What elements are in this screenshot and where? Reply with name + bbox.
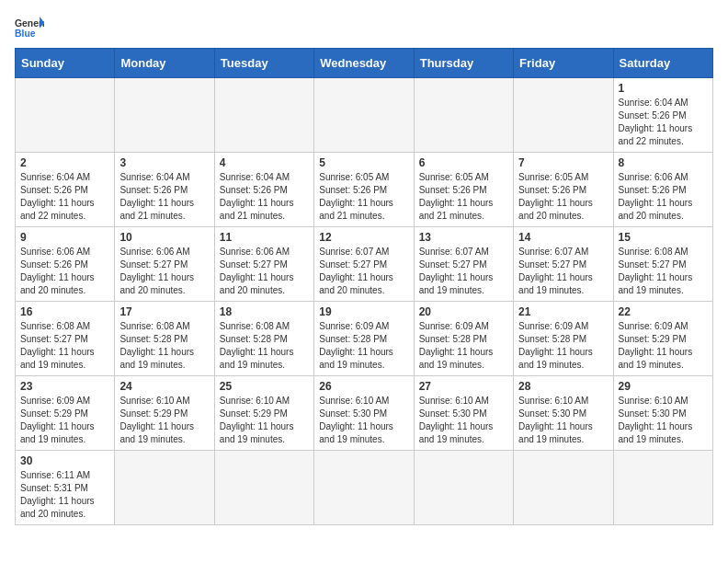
table-row: 9Sunrise: 6:06 AMSunset: 5:26 PMDaylight… [16, 227, 115, 302]
calendar-week-row: 2Sunrise: 6:04 AMSunset: 5:26 PMDaylight… [16, 153, 713, 227]
day-info: Sunrise: 6:10 AMSunset: 5:29 PMDaylight:… [220, 395, 309, 446]
day-number: 22 [619, 305, 708, 318]
table-row [314, 451, 414, 525]
table-row: 28Sunrise: 6:10 AMSunset: 5:30 PMDayligh… [514, 376, 613, 451]
table-row [214, 78, 313, 153]
table-row: 22Sunrise: 6:09 AMSunset: 5:29 PMDayligh… [613, 302, 712, 376]
weekday-header-thursday: Thursday [414, 49, 513, 78]
day-number: 13 [419, 231, 508, 244]
table-row [115, 78, 214, 153]
table-row: 16Sunrise: 6:08 AMSunset: 5:27 PMDayligh… [16, 302, 115, 376]
day-number: 11 [220, 231, 309, 244]
day-info: Sunrise: 6:10 AMSunset: 5:29 PMDaylight:… [119, 395, 209, 446]
table-row [414, 78, 513, 153]
day-info: Sunrise: 6:11 AMSunset: 5:31 PMDaylight:… [20, 469, 109, 521]
logo: General Blue [15, 15, 44, 40]
day-number: 6 [419, 156, 508, 169]
table-row: 12Sunrise: 6:07 AMSunset: 5:27 PMDayligh… [314, 227, 414, 302]
day-info: Sunrise: 6:08 AMSunset: 5:27 PMDaylight:… [20, 320, 109, 372]
day-info: Sunrise: 6:10 AMSunset: 5:30 PMDaylight:… [319, 395, 408, 446]
table-row [514, 78, 613, 153]
table-row [214, 451, 313, 525]
day-number: 28 [518, 380, 608, 393]
table-row: 11Sunrise: 6:06 AMSunset: 5:27 PMDayligh… [214, 227, 313, 302]
table-row: 30Sunrise: 6:11 AMSunset: 5:31 PMDayligh… [16, 451, 115, 525]
weekday-header-row: SundayMondayTuesdayWednesdayThursdayFrid… [16, 49, 713, 78]
day-number: 23 [20, 380, 109, 393]
table-row: 23Sunrise: 6:09 AMSunset: 5:29 PMDayligh… [16, 376, 115, 451]
weekday-header-saturday: Saturday [613, 49, 712, 78]
day-info: Sunrise: 6:08 AMSunset: 5:28 PMDaylight:… [119, 320, 209, 372]
calendar-week-row: 9Sunrise: 6:06 AMSunset: 5:26 PMDaylight… [16, 227, 713, 302]
day-number: 16 [20, 305, 109, 318]
table-row [414, 451, 513, 525]
table-row: 2Sunrise: 6:04 AMSunset: 5:26 PMDaylight… [16, 153, 115, 227]
day-info: Sunrise: 6:07 AMSunset: 5:27 PMDaylight:… [518, 246, 608, 297]
table-row: 21Sunrise: 6:09 AMSunset: 5:28 PMDayligh… [514, 302, 613, 376]
table-row: 15Sunrise: 6:08 AMSunset: 5:27 PMDayligh… [613, 227, 712, 302]
day-info: Sunrise: 6:09 AMSunset: 5:28 PMDaylight:… [518, 320, 608, 372]
day-number: 2 [20, 156, 109, 169]
table-row: 13Sunrise: 6:07 AMSunset: 5:27 PMDayligh… [414, 227, 513, 302]
day-number: 21 [518, 305, 608, 318]
day-info: Sunrise: 6:10 AMSunset: 5:30 PMDaylight:… [419, 395, 508, 446]
day-number: 29 [619, 380, 708, 393]
day-number: 25 [220, 380, 309, 393]
weekday-header-sunday: Sunday [16, 49, 115, 78]
day-number: 9 [20, 231, 109, 244]
table-row: 27Sunrise: 6:10 AMSunset: 5:30 PMDayligh… [414, 376, 513, 451]
day-number: 15 [619, 231, 708, 244]
day-info: Sunrise: 6:05 AMSunset: 5:26 PMDaylight:… [518, 171, 608, 223]
table-row: 25Sunrise: 6:10 AMSunset: 5:29 PMDayligh… [214, 376, 313, 451]
calendar-table: SundayMondayTuesdayWednesdayThursdayFrid… [15, 48, 713, 525]
table-row: 20Sunrise: 6:09 AMSunset: 5:28 PMDayligh… [414, 302, 513, 376]
table-row: 4Sunrise: 6:04 AMSunset: 5:26 PMDaylight… [214, 153, 313, 227]
day-number: 27 [419, 380, 508, 393]
day-info: Sunrise: 6:09 AMSunset: 5:28 PMDaylight:… [419, 320, 508, 372]
day-number: 17 [119, 305, 209, 318]
day-number: 10 [119, 231, 209, 244]
calendar-week-row: 23Sunrise: 6:09 AMSunset: 5:29 PMDayligh… [16, 376, 713, 451]
page-header: General Blue [15, 15, 713, 40]
day-info: Sunrise: 6:09 AMSunset: 5:29 PMDaylight:… [619, 320, 708, 372]
table-row: 10Sunrise: 6:06 AMSunset: 5:27 PMDayligh… [115, 227, 214, 302]
weekday-header-monday: Monday [115, 49, 214, 78]
day-info: Sunrise: 6:07 AMSunset: 5:27 PMDaylight:… [419, 246, 508, 297]
day-info: Sunrise: 6:04 AMSunset: 5:26 PMDaylight:… [119, 171, 209, 223]
day-number: 30 [20, 454, 109, 467]
table-row: 26Sunrise: 6:10 AMSunset: 5:30 PMDayligh… [314, 376, 414, 451]
day-info: Sunrise: 6:05 AMSunset: 5:26 PMDaylight:… [319, 171, 408, 223]
table-row: 1Sunrise: 6:04 AMSunset: 5:26 PMDaylight… [613, 78, 712, 153]
table-row: 17Sunrise: 6:08 AMSunset: 5:28 PMDayligh… [115, 302, 214, 376]
day-number: 1 [619, 82, 708, 95]
day-number: 26 [319, 380, 408, 393]
weekday-header-tuesday: Tuesday [214, 49, 313, 78]
day-info: Sunrise: 6:09 AMSunset: 5:29 PMDaylight:… [20, 395, 109, 446]
day-info: Sunrise: 6:04 AMSunset: 5:26 PMDaylight:… [619, 97, 708, 148]
day-info: Sunrise: 6:08 AMSunset: 5:28 PMDaylight:… [220, 320, 309, 372]
calendar-week-row: 30Sunrise: 6:11 AMSunset: 5:31 PMDayligh… [16, 451, 713, 525]
table-row: 7Sunrise: 6:05 AMSunset: 5:26 PMDaylight… [514, 153, 613, 227]
day-number: 18 [220, 305, 309, 318]
svg-text:Blue: Blue [15, 29, 36, 39]
table-row: 8Sunrise: 6:06 AMSunset: 5:26 PMDaylight… [613, 153, 712, 227]
day-info: Sunrise: 6:06 AMSunset: 5:26 PMDaylight:… [619, 171, 708, 223]
day-info: Sunrise: 6:07 AMSunset: 5:27 PMDaylight:… [319, 246, 408, 297]
table-row [16, 78, 115, 153]
day-info: Sunrise: 6:05 AMSunset: 5:26 PMDaylight:… [419, 171, 508, 223]
day-number: 19 [319, 305, 408, 318]
day-number: 14 [518, 231, 608, 244]
weekday-header-friday: Friday [514, 49, 613, 78]
calendar-week-row: 1Sunrise: 6:04 AMSunset: 5:26 PMDaylight… [16, 78, 713, 153]
day-number: 4 [220, 156, 309, 169]
generalblue-logo-icon: General Blue [15, 15, 44, 40]
calendar-week-row: 16Sunrise: 6:08 AMSunset: 5:27 PMDayligh… [16, 302, 713, 376]
day-number: 8 [619, 156, 708, 169]
day-info: Sunrise: 6:06 AMSunset: 5:27 PMDaylight:… [220, 246, 309, 297]
table-row: 3Sunrise: 6:04 AMSunset: 5:26 PMDaylight… [115, 153, 214, 227]
day-number: 12 [319, 231, 408, 244]
table-row: 19Sunrise: 6:09 AMSunset: 5:28 PMDayligh… [314, 302, 414, 376]
table-row: 29Sunrise: 6:10 AMSunset: 5:30 PMDayligh… [613, 376, 712, 451]
day-info: Sunrise: 6:10 AMSunset: 5:30 PMDaylight:… [619, 395, 708, 446]
table-row: 6Sunrise: 6:05 AMSunset: 5:26 PMDaylight… [414, 153, 513, 227]
